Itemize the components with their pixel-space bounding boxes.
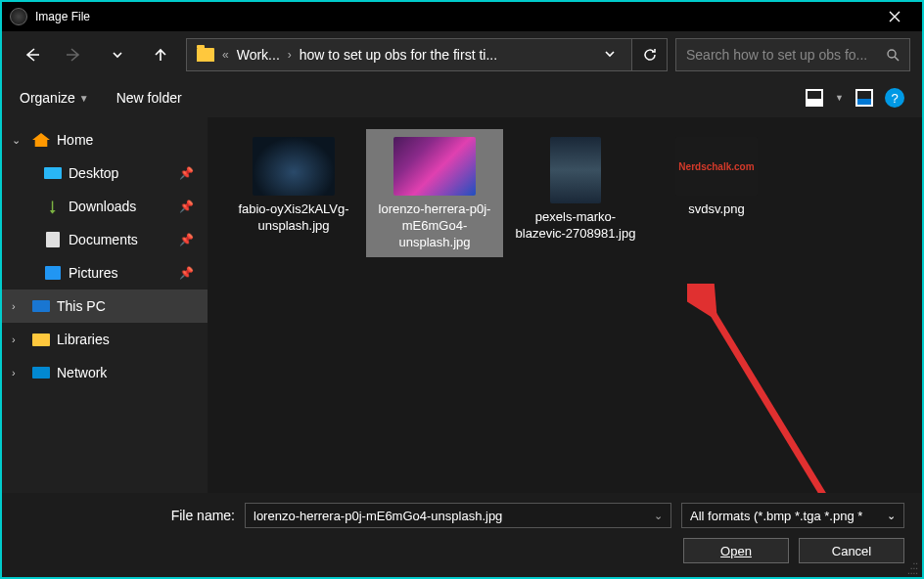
sidebar-item-documents[interactable]: Documents 📌 xyxy=(2,223,208,256)
file-item[interactable]: lorenzo-herrera-p0j-mE6mGo4-unsplash.jpg xyxy=(366,129,503,257)
address-bar[interactable]: « Work... › how to set up obs for the fi… xyxy=(186,38,632,71)
annotation-arrow xyxy=(687,284,902,493)
chevron-down-icon: ▼ xyxy=(79,93,89,104)
sidebar-item-libraries[interactable]: › Libraries xyxy=(2,323,208,356)
pc-icon xyxy=(32,300,50,312)
resize-grip[interactable]: ......... xyxy=(907,558,918,573)
pin-icon: 📌 xyxy=(179,166,194,180)
window-title: Image File xyxy=(35,10,875,23)
svg-point-0 xyxy=(888,50,896,58)
expand-icon[interactable]: › xyxy=(12,300,25,312)
folder-icon xyxy=(32,334,50,346)
app-icon xyxy=(10,8,27,25)
address-dropdown[interactable] xyxy=(598,47,622,63)
back-button[interactable] xyxy=(14,37,49,72)
folder-icon xyxy=(197,48,214,62)
file-item[interactable]: pexels-marko-blazevic-2708981.jpg xyxy=(507,129,644,257)
search-placeholder: Search how to set up obs fo... xyxy=(686,47,886,63)
chevron-down-icon[interactable]: ⌄ xyxy=(654,510,663,522)
navigation-bar: « Work... › how to set up obs for the fi… xyxy=(2,31,922,78)
collapse-icon[interactable]: ⌄ xyxy=(12,134,25,147)
chevron-down-icon[interactable]: ▼ xyxy=(835,93,844,103)
file-grid[interactable]: fabio-oyXis2kALVg-unsplash.jpg lorenzo-h… xyxy=(208,117,922,493)
svg-line-1 xyxy=(707,303,873,493)
sidebar-item-network[interactable]: › Network xyxy=(2,356,208,389)
thumbnail: Nerdschalk.com xyxy=(675,137,758,196)
breadcrumb-current[interactable]: how to set up obs for the first ti... xyxy=(300,47,497,63)
filename-input[interactable]: lorenzo-herrera-p0j-mE6mGo4-unsplash.jpg… xyxy=(245,503,671,528)
pictures-icon xyxy=(45,266,61,280)
toolbar: Organize ▼ New folder ▼ ? xyxy=(2,78,922,117)
expand-icon[interactable]: › xyxy=(12,334,25,345)
view-options-button[interactable] xyxy=(806,89,823,107)
breadcrumb-prefix-icon: « xyxy=(222,48,229,62)
preview-pane-button[interactable] xyxy=(855,89,873,107)
expand-icon[interactable]: › xyxy=(12,367,25,379)
filetype-select[interactable]: All formats (*.bmp *.tga *.png * ⌄ xyxy=(681,503,904,528)
home-icon xyxy=(32,133,50,147)
thumbnail xyxy=(393,137,476,196)
network-icon xyxy=(32,367,50,379)
chevron-right-icon: › xyxy=(288,48,292,62)
close-button[interactable] xyxy=(875,2,914,31)
forward-button[interactable] xyxy=(57,37,92,72)
documents-icon xyxy=(46,232,60,247)
organize-menu[interactable]: Organize ▼ xyxy=(20,90,89,106)
search-icon xyxy=(886,48,900,62)
sidebar-item-thispc[interactable]: › This PC xyxy=(2,290,208,323)
chevron-down-icon: ⌄ xyxy=(887,510,896,522)
help-button[interactable]: ? xyxy=(885,88,904,108)
open-button[interactable]: Open xyxy=(683,538,789,563)
file-item[interactable]: fabio-oyXis2kALVg-unsplash.jpg xyxy=(225,129,362,257)
search-input[interactable]: Search how to set up obs fo... xyxy=(675,38,910,71)
sidebar-item-downloads[interactable]: ⭣ Downloads 📌 xyxy=(2,190,208,223)
desktop-icon xyxy=(44,167,62,179)
cancel-button[interactable]: Cancel xyxy=(799,538,904,563)
footer: File name: lorenzo-herrera-p0j-mE6mGo4-u… xyxy=(2,493,922,577)
recent-dropdown[interactable] xyxy=(100,37,135,72)
refresh-button[interactable] xyxy=(632,38,668,71)
sidebar: ⌄ Home Desktop 📌 ⭣ Downloads 📌 Documents xyxy=(2,117,208,493)
titlebar: Image File xyxy=(2,2,922,31)
filename-label: File name: xyxy=(20,508,235,523)
pin-icon: 📌 xyxy=(179,266,194,280)
breadcrumb-work[interactable]: Work... xyxy=(237,47,280,63)
new-folder-button[interactable]: New folder xyxy=(116,90,182,106)
sidebar-item-home[interactable]: ⌄ Home xyxy=(2,123,208,156)
downloads-icon: ⭣ xyxy=(43,199,63,214)
up-button[interactable] xyxy=(143,37,178,72)
pin-icon: 📌 xyxy=(179,233,194,246)
thumbnail xyxy=(550,137,601,203)
file-item[interactable]: Nerdschalk.com svdsv.png xyxy=(648,129,785,257)
thumbnail xyxy=(253,137,335,196)
sidebar-item-desktop[interactable]: Desktop 📌 xyxy=(2,156,208,190)
pin-icon: 📌 xyxy=(179,200,194,213)
sidebar-item-pictures[interactable]: Pictures 📌 xyxy=(2,256,208,290)
